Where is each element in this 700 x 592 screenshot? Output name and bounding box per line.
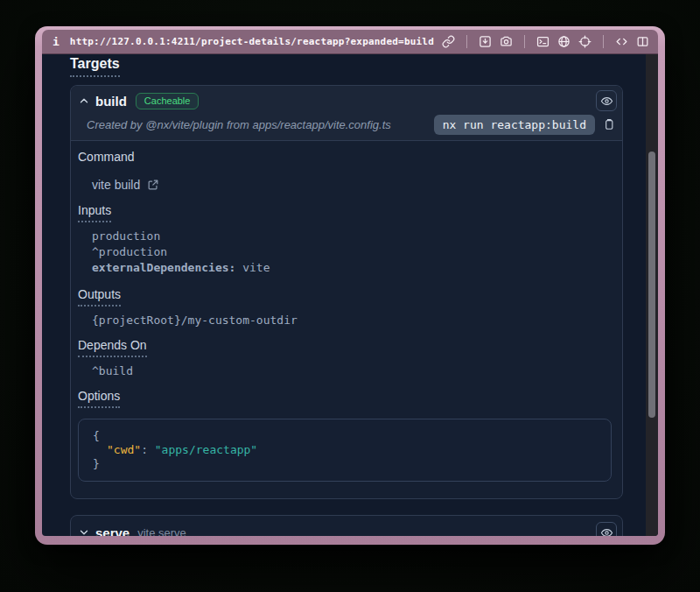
target-name: build [95, 94, 127, 109]
command-value: vite build [92, 178, 140, 192]
crosshair-icon[interactable] [578, 35, 592, 48]
output-item: {projectRoot}/my-custom-outdir [92, 314, 612, 327]
save-frame-icon[interactable] [479, 35, 492, 48]
clipboard-icon [603, 118, 615, 130]
targets-heading: Targets [70, 56, 623, 77]
terminal-icon[interactable] [536, 35, 550, 48]
toolbar-divider [524, 35, 525, 48]
toolbar-divider [603, 35, 604, 48]
project-details-page: Targets build Cacheable C [42, 54, 646, 536]
depends-on-item: ^build [92, 364, 612, 377]
json-property-line: "cwd": "apps/reactapp" [93, 443, 597, 457]
eye-icon [600, 95, 613, 108]
cacheable-badge: Cacheable [136, 93, 200, 109]
browser-window: i http://127.0.0.1:4211/project-details/… [35, 26, 665, 545]
json-close-brace: } [93, 457, 597, 471]
view-target-button[interactable] [596, 522, 617, 536]
scrollbar[interactable] [646, 54, 658, 536]
camera-icon[interactable] [500, 35, 513, 48]
options-json-block: { "cwd": "apps/reactapp" } [78, 419, 612, 482]
json-open-brace: { [93, 429, 597, 443]
chevron-down-icon[interactable] [78, 526, 90, 536]
toolbar-divider [466, 35, 467, 48]
code-icon[interactable] [615, 35, 628, 48]
input-item: externalDependencies: vite [92, 260, 612, 276]
copy-command-button[interactable] [603, 118, 615, 130]
build-card-header: build Cacheable Created by @nx/vite/plug… [71, 86, 622, 141]
depends-on-heading: Depends On [78, 338, 612, 357]
build-card-body: Command vite build Inputs production ^pr… [71, 141, 622, 499]
url-text[interactable]: http://127.0.0.1:4211/project-details/re… [70, 36, 434, 47]
outputs-heading: Outputs [78, 287, 612, 307]
inputs-list: production ^production externalDependenc… [92, 229, 612, 276]
browser-viewport: Targets build Cacheable C [42, 54, 658, 536]
external-link-icon[interactable] [147, 179, 159, 191]
split-view-icon[interactable] [636, 35, 649, 48]
target-card-serve: serve vite serve [70, 515, 623, 536]
browser-toolbar: i http://127.0.0.1:4211/project-details/… [42, 30, 658, 54]
options-heading: Options [78, 389, 612, 408]
run-command-chip: nx run reactapp:build [434, 115, 595, 135]
build-title-row[interactable]: build Cacheable [78, 90, 617, 111]
view-target-button[interactable] [596, 90, 617, 111]
created-by-text: Created by @nx/vite/plugin from apps/rea… [87, 118, 391, 131]
target-name: serve [95, 525, 130, 537]
eye-icon [600, 526, 613, 537]
chevron-up-icon[interactable] [78, 95, 90, 107]
scrollbar-thumb[interactable] [648, 152, 655, 418]
link-icon[interactable] [442, 35, 455, 48]
inputs-heading: Inputs [78, 203, 612, 222]
input-item: ^production [92, 244, 612, 260]
command-heading: Command [78, 150, 612, 164]
globe-icon[interactable] [557, 35, 570, 48]
build-subtitle-row: Created by @nx/vite/plugin from apps/rea… [78, 114, 617, 135]
serve-title-row[interactable]: serve vite serve [71, 516, 622, 536]
target-summary: vite serve [137, 526, 186, 537]
info-icon[interactable]: i [52, 35, 60, 48]
target-card-build: build Cacheable Created by @nx/vite/plug… [70, 85, 623, 499]
input-item: production [92, 229, 612, 244]
